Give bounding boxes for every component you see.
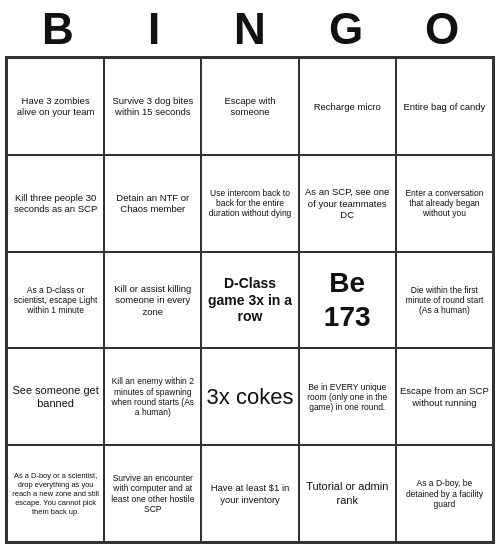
bingo-cell-22: Have at least $1 in your inventory <box>201 445 298 542</box>
bingo-letter-g: G <box>306 4 386 54</box>
bingo-cell-2: Escape with someone <box>201 58 298 155</box>
bingo-cell-23: Tutorial or admin rank <box>299 445 396 542</box>
bingo-cell-17: 3x cokes <box>201 348 298 445</box>
bingo-cell-10: As a D-class or scientist, escape Light … <box>7 252 104 349</box>
bingo-cell-4: Entire bag of candy <box>396 58 493 155</box>
bingo-cell-7: Use intercom back to back for the entire… <box>201 155 298 252</box>
bingo-cell-21: Survive an encounter with computer and a… <box>104 445 201 542</box>
bingo-cell-13: Be 173 <box>299 252 396 349</box>
bingo-letter-b: B <box>18 4 98 54</box>
bingo-grid: Have 3 zombies alive on your teamSurvive… <box>5 56 495 544</box>
bingo-letter-o: O <box>402 4 482 54</box>
bingo-cell-14: Die within the first minute of round sta… <box>396 252 493 349</box>
bingo-header: BINGO <box>10 0 490 56</box>
bingo-letter-i: I <box>114 4 194 54</box>
bingo-cell-15: See someone get banned <box>7 348 104 445</box>
bingo-cell-3: Recharge micro <box>299 58 396 155</box>
bingo-cell-19: Escape from an SCP without running <box>396 348 493 445</box>
bingo-cell-18: Be in EVERY unique room (only one in the… <box>299 348 396 445</box>
bingo-cell-12: D-Class game 3x in a row <box>201 252 298 349</box>
bingo-cell-11: Kill or assist killing someone in every … <box>104 252 201 349</box>
bingo-cell-24: As a D-boy, be detained by a facility gu… <box>396 445 493 542</box>
bingo-cell-5: Kill three people 30 seconds as an SCP <box>7 155 104 252</box>
bingo-cell-0: Have 3 zombies alive on your team <box>7 58 104 155</box>
bingo-cell-6: Detain an NTF or Chaos member <box>104 155 201 252</box>
bingo-cell-16: Kill an enemy within 2 minutes of spawni… <box>104 348 201 445</box>
bingo-cell-20: As a D-boy or a scientist, drop everythi… <box>7 445 104 542</box>
bingo-cell-1: Survive 3 dog bites within 15 seconds <box>104 58 201 155</box>
bingo-letter-n: N <box>210 4 290 54</box>
bingo-cell-8: As an SCP, see one of your teammates DC <box>299 155 396 252</box>
bingo-cell-9: Enter a conversation that already began … <box>396 155 493 252</box>
